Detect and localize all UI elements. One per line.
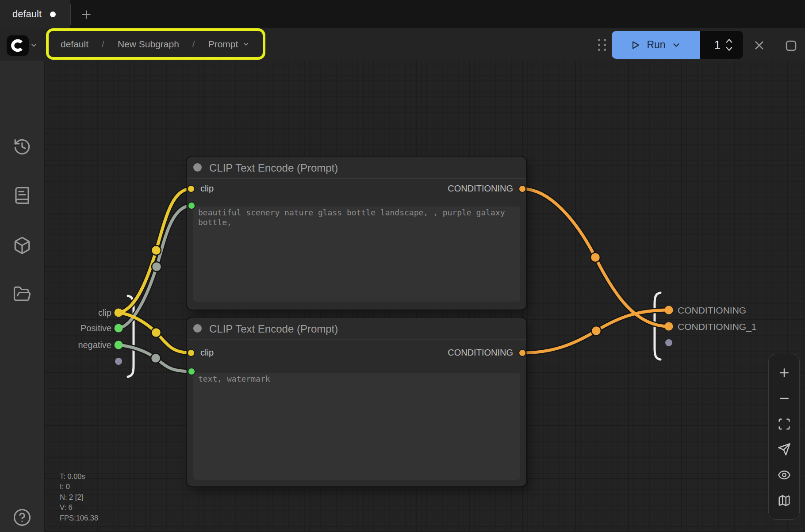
canvas-tools-panel <box>768 354 800 520</box>
tab-divider <box>70 4 71 25</box>
history-icon[interactable] <box>13 138 31 156</box>
node-clip-text-encode-1[interactable]: CLIP Text Encode (Prompt) clip CONDITION… <box>187 157 526 310</box>
top-toolbar: default / New Subgraph / Prompt Run 1 <box>0 28 805 61</box>
node1-output-dot-conditioning[interactable] <box>518 185 526 193</box>
node1-input-label: clip <box>200 184 214 194</box>
subgraph-output-label-conditioning-1[interactable]: CONDITIONING_1 <box>678 321 757 332</box>
node2-output-dot-conditioning[interactable] <box>518 349 526 357</box>
stat-time: T: 0.00s <box>60 471 98 482</box>
toggle-visibility-button[interactable] <box>777 468 791 482</box>
help-icon[interactable] <box>13 508 31 527</box>
breadcrumb-item-new-subgraph[interactable]: New Subgraph <box>118 39 179 50</box>
sidebar <box>0 61 44 532</box>
folder-open-icon[interactable] <box>13 285 31 303</box>
breadcrumb-separator: / <box>192 39 195 50</box>
subgraph-input-label-clip[interactable]: clip <box>58 308 111 318</box>
breadcrumb-chevron-icon[interactable] <box>242 41 249 48</box>
node2-output-label: CONDITIONING <box>448 348 513 358</box>
stat-fps: FPS:106.38 <box>60 513 98 523</box>
node2-prompt-textarea[interactable]: text, watermark <box>193 373 520 480</box>
node1-output-label: CONDITIONING <box>448 184 513 194</box>
subgraph-output-label-conditioning[interactable]: CONDITIONING <box>678 305 746 316</box>
node-clip-text-encode-2[interactable]: CLIP Text Encode (Prompt) clip CONDITION… <box>187 318 526 486</box>
breadcrumb-separator: / <box>102 39 104 50</box>
menu-chevron-icon[interactable] <box>30 42 38 51</box>
subgraph-input-label-negative[interactable]: negative <box>58 340 111 350</box>
node2-input-label: clip <box>200 348 214 358</box>
toolbar-drag-handle[interactable] <box>596 38 608 51</box>
minimap-button[interactable] <box>777 494 791 508</box>
stat-iterations: I: 0 <box>60 482 98 492</box>
breadcrumb-item-default[interactable]: default <box>61 39 88 50</box>
zoom-out-button[interactable] <box>777 391 791 406</box>
node2-input-dot-clip[interactable] <box>187 349 195 357</box>
node-collapse-dot[interactable] <box>193 324 202 333</box>
node-header-divider <box>187 339 526 340</box>
stat-version: V: 6 <box>60 502 98 513</box>
node2-text-widget-dot[interactable] <box>188 367 196 375</box>
node1-text-widget-dot[interactable] <box>188 202 196 210</box>
stat-nodes: N: 2 [2] <box>60 492 98 502</box>
perf-stats: T: 0.00s I: 0 N: 2 [2] V: 6 FPS:106.38 <box>60 471 98 523</box>
workflow-tab-bar: default <box>0 0 805 28</box>
stepper-up-icon[interactable] <box>725 38 733 43</box>
fit-view-button[interactable] <box>777 417 791 431</box>
run-button[interactable]: Run <box>612 31 700 59</box>
run-button-label: Run <box>647 39 665 51</box>
breadcrumb-item-prompt[interactable]: Prompt <box>208 39 238 50</box>
unsaved-changes-dot[interactable] <box>50 11 56 17</box>
close-icon[interactable] <box>752 38 766 52</box>
new-workflow-tab-button[interactable] <box>78 8 95 21</box>
node-header-divider <box>187 178 526 179</box>
select-mode-button[interactable] <box>777 442 791 456</box>
stop-square-icon[interactable] <box>784 38 798 53</box>
node1-prompt-textarea[interactable]: beautiful scenery nature glass bottle la… <box>193 207 520 302</box>
stepper-down-icon[interactable] <box>725 46 733 52</box>
node-title: CLIP Text Encode (Prompt) <box>209 323 338 335</box>
comfyui-app: { "tab_bar": { "active_tab": "default" }… <box>0 0 805 532</box>
model-library-icon[interactable] <box>13 236 31 255</box>
batch-count-steppers <box>725 38 733 52</box>
node-collapse-dot[interactable] <box>193 163 202 172</box>
batch-count-box: 1 <box>700 31 743 59</box>
node1-input-dot-clip[interactable] <box>187 185 195 193</box>
workflows-icon[interactable] <box>13 186 31 205</box>
workflow-tab-default[interactable]: default <box>0 0 70 28</box>
comfyui-logo[interactable] <box>7 35 29 56</box>
subgraph-input-label-positive[interactable]: Positive <box>58 323 111 333</box>
node-title: CLIP Text Encode (Prompt) <box>209 162 338 174</box>
batch-count-value[interactable]: 1 <box>710 38 724 51</box>
play-icon <box>630 40 641 50</box>
zoom-in-button[interactable] <box>777 366 791 380</box>
workflow-tab-label: default <box>12 8 42 20</box>
run-options-chevron-icon <box>671 40 681 50</box>
breadcrumb: default / New Subgraph / Prompt <box>46 28 265 60</box>
